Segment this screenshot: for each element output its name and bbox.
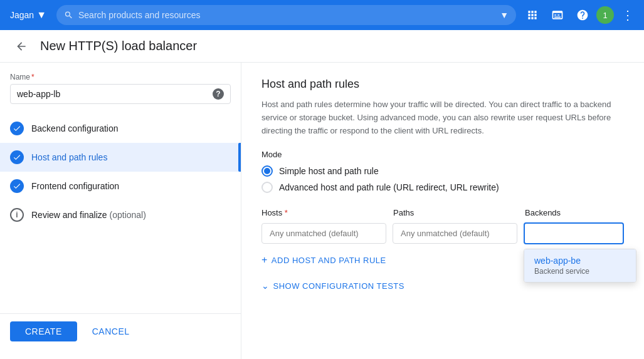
backend-input-wrapper: web-app-be Backend service xyxy=(524,222,624,244)
add-rule-label: ADD HOST AND PATH RULE xyxy=(272,256,386,265)
chevron-down-icon: ⌄ xyxy=(261,281,270,291)
page-title: New HTTP(S) load balancer xyxy=(40,39,197,53)
add-host-path-rule-button[interactable]: + ADD HOST AND PATH RULE xyxy=(261,249,386,271)
mode-label: Mode xyxy=(261,150,624,159)
host-path-check-icon xyxy=(10,150,24,164)
rules-table-header: Hosts * Paths Backends xyxy=(261,208,624,217)
terminal-icon[interactable] xyxy=(546,4,569,26)
add-icon: + xyxy=(261,254,268,266)
col-backends-header: Backends xyxy=(525,208,624,217)
sidebar-item-frontend[interactable]: Frontend configuration xyxy=(0,172,241,200)
sidebar-item-review[interactable]: i Review and finalize (optional) xyxy=(0,200,241,229)
name-help-icon[interactable]: ? xyxy=(213,88,224,100)
name-input[interactable] xyxy=(17,89,208,99)
backend-check-icon xyxy=(10,122,24,135)
mode-simple-radio[interactable] xyxy=(261,165,273,177)
dropdown-item-name: web-app-be xyxy=(534,256,626,266)
back-button[interactable] xyxy=(10,35,33,58)
sidebar: Name * ? Backend configuration xyxy=(0,63,241,359)
sidebar-item-host-path-label: Host and path rules xyxy=(31,152,107,162)
sidebar-item-host-path[interactable]: Host and path rules xyxy=(0,143,241,172)
name-label: Name * xyxy=(10,73,231,81)
create-button[interactable]: CREATE xyxy=(10,321,77,341)
frontend-check-icon xyxy=(10,179,24,193)
col-paths-header: Paths xyxy=(393,208,525,217)
content-description: Host and path rules determine how your t… xyxy=(261,98,624,137)
nav-items: Backend configuration Host and path rule… xyxy=(0,114,241,313)
main-layout: Name * ? Backend configuration xyxy=(0,63,644,359)
page-header: New HTTP(S) load balancer xyxy=(0,30,644,63)
mode-advanced-radio[interactable] xyxy=(261,182,273,193)
backend-dropdown[interactable]: web-app-be Backend service xyxy=(524,249,636,283)
account-chevron-icon: ▼ xyxy=(36,9,46,21)
mode-radio-group: Simple host and path rule Advanced host … xyxy=(261,165,624,193)
cancel-button[interactable]: CANCEL xyxy=(82,321,140,341)
paths-input[interactable] xyxy=(393,223,517,244)
dropdown-item-web-app-be[interactable]: web-app-be Backend service xyxy=(524,249,636,282)
search-bar[interactable]: ▼ xyxy=(56,5,516,25)
content-area: Host and path rules Host and path rules … xyxy=(241,63,644,359)
col-hosts-header: Hosts * xyxy=(261,208,393,217)
sidebar-item-frontend-label: Frontend configuration xyxy=(31,181,119,191)
show-config-label: SHOW CONFIGURATION TESTS xyxy=(273,281,404,291)
rules-table-row: web-app-be Backend service xyxy=(261,222,624,244)
review-info-icon: i xyxy=(10,208,24,222)
dropdown-item-sub: Backend service xyxy=(534,267,626,276)
hosts-input[interactable] xyxy=(261,223,386,244)
search-dropdown-icon[interactable]: ▼ xyxy=(500,10,509,20)
sidebar-item-review-label: Review and finalize (optional) xyxy=(31,210,146,220)
search-icon xyxy=(64,10,73,20)
name-input-wrapper[interactable]: ? xyxy=(10,84,231,104)
search-input[interactable] xyxy=(78,10,495,20)
show-config-tests-button[interactable]: ⌄ SHOW CONFIGURATION TESTS xyxy=(261,281,404,291)
topbar-icons: 1 ⋮ xyxy=(521,4,639,26)
hosts-required-marker: * xyxy=(282,208,288,217)
mode-advanced-option[interactable]: Advanced host and path rule (URL redirec… xyxy=(261,182,624,193)
action-buttons: CREATE CANCEL xyxy=(0,313,241,349)
name-required-marker: * xyxy=(31,73,34,81)
sidebar-item-backend[interactable]: Backend configuration xyxy=(0,114,241,143)
mode-advanced-label: Advanced host and path rule (URL redirec… xyxy=(279,182,499,192)
mode-simple-label: Simple host and path rule xyxy=(279,166,379,176)
content-title: Host and path rules xyxy=(261,78,624,91)
backend-input[interactable] xyxy=(524,222,624,244)
user-avatar[interactable]: 1 xyxy=(596,6,614,24)
more-options-icon[interactable]: ⋮ xyxy=(616,4,639,26)
products-icon[interactable] xyxy=(521,4,544,26)
name-field: Name * ? xyxy=(0,73,241,114)
account-menu[interactable]: Jagan ▼ xyxy=(5,7,51,23)
account-name: Jagan xyxy=(10,10,34,20)
mode-simple-option[interactable]: Simple host and path rule xyxy=(261,165,624,177)
topbar: Jagan ▼ ▼ 1 ⋮ xyxy=(0,0,644,30)
sidebar-item-backend-label: Backend configuration xyxy=(31,123,119,133)
help-icon[interactable] xyxy=(571,4,594,26)
